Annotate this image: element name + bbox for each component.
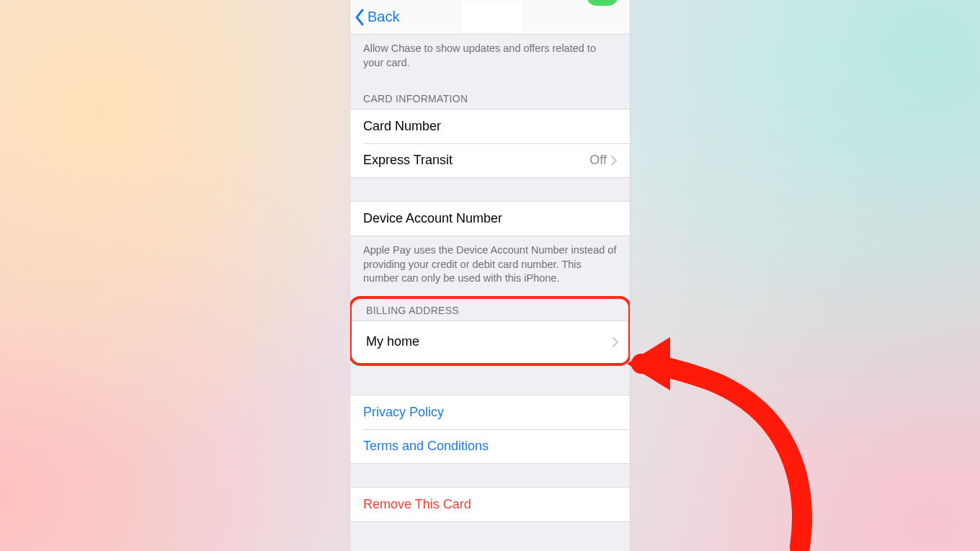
nav-title-mask <box>461 1 522 32</box>
chevron-right-icon <box>612 337 618 347</box>
express-transit-value: Off <box>589 153 607 168</box>
legal-group: Privacy Policy Terms and Conditions <box>350 395 630 464</box>
terms-and-conditions-row[interactable]: Terms and Conditions <box>350 429 630 463</box>
terms-label: Terms and Conditions <box>363 439 617 454</box>
express-transit-row[interactable]: Express Transit Off <box>350 143 630 177</box>
device-account-number-row[interactable]: Device Account Number <box>350 202 630 236</box>
device-account-group: Device Account Number <box>350 201 630 236</box>
nav-bar: Back <box>350 0 630 35</box>
device-account-number-label: Device Account Number <box>363 211 617 226</box>
billing-address-group: My home <box>352 321 628 363</box>
chevron-right-icon <box>611 156 617 166</box>
billing-address-value: My home <box>366 334 612 349</box>
phone-frame: Back Allow Chase to show updates and off… <box>350 0 630 551</box>
card-information-header: CARD INFORMATION <box>350 80 630 109</box>
device-account-footer: Apple Pay uses the Device Account Number… <box>350 236 630 296</box>
express-transit-label: Express Transit <box>363 153 589 168</box>
remove-card-label: Remove This Card <box>363 497 617 512</box>
remove-card-group: Remove This Card <box>350 487 630 522</box>
privacy-policy-label: Privacy Policy <box>363 405 617 420</box>
billing-address-highlight: BILLING ADDRESS My home <box>350 296 630 366</box>
card-number-label: Card Number <box>363 119 617 134</box>
privacy-policy-row[interactable]: Privacy Policy <box>350 395 630 429</box>
back-label: Back <box>368 9 399 25</box>
chase-offers-footer: Allow Chase to show updates and offers r… <box>350 35 630 80</box>
card-number-row[interactable]: Card Number <box>350 109 630 143</box>
chevron-left-icon <box>355 9 365 26</box>
remove-this-card-row[interactable]: Remove This Card <box>350 488 630 521</box>
toggle-partial[interactable] <box>587 0 618 6</box>
card-info-group: Card Number Express Transit Off <box>350 109 630 178</box>
billing-address-header: BILLING ADDRESS <box>352 300 628 321</box>
back-button[interactable]: Back <box>355 9 399 26</box>
billing-address-row[interactable]: My home <box>352 321 628 363</box>
